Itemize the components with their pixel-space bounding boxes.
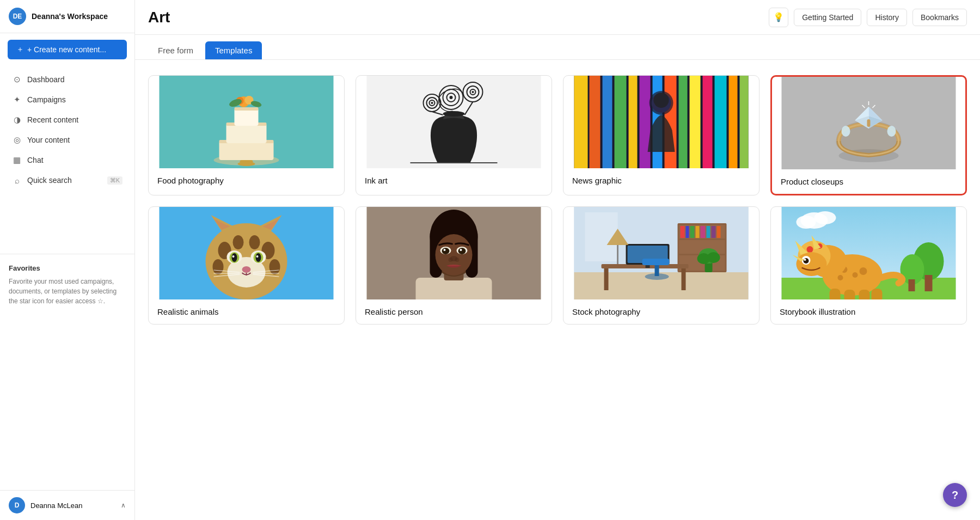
- content-area: Food photography: [135, 60, 980, 520]
- svg-point-20: [450, 96, 453, 99]
- card-label: Stock photography: [564, 299, 759, 324]
- sidebar-item-dashboard[interactable]: ⊙ Dashboard: [3, 70, 131, 89]
- svg-rect-168: [844, 290, 855, 299]
- plus-icon: ＋: [16, 45, 24, 54]
- templates-grid: Food photography: [148, 75, 967, 325]
- create-new-content-button[interactable]: ＋ + Create new content...: [8, 40, 127, 59]
- svg-rect-120: [690, 226, 695, 238]
- search-icon: ⌕: [12, 175, 22, 185]
- sidebar-item-label: Campaigns: [27, 95, 66, 104]
- template-card-news-graphic[interactable]: News graphic: [563, 75, 759, 195]
- svg-point-104: [458, 248, 466, 254]
- svg-point-154: [838, 275, 843, 280]
- template-card-food-photography[interactable]: Food photography: [148, 75, 345, 195]
- svg-point-145: [797, 216, 816, 229]
- card-image-news: [564, 76, 759, 168]
- svg-rect-36: [603, 76, 612, 168]
- svg-rect-6: [235, 108, 259, 126]
- svg-rect-169: [859, 290, 870, 299]
- svg-rect-39: [640, 76, 651, 168]
- template-card-realistic-person[interactable]: Realistic person: [356, 206, 552, 325]
- svg-rect-2: [219, 141, 274, 160]
- svg-rect-63: [867, 119, 871, 127]
- svg-point-160: [797, 252, 827, 276]
- main-content: Art 💡 Getting Started History Bookmarks …: [135, 0, 980, 520]
- svg-point-105: [444, 249, 446, 251]
- svg-rect-37: [615, 76, 627, 168]
- template-card-storybook-illustration[interactable]: Storybook illustration: [770, 206, 967, 325]
- question-mark-icon: ?: [952, 489, 958, 501]
- card-label: Food photography: [149, 168, 344, 193]
- favorites-section: Favorites Favorite your most used campai…: [0, 259, 134, 314]
- help-button[interactable]: ?: [943, 483, 967, 507]
- svg-rect-122: [701, 226, 706, 238]
- favorites-title: Favorites: [9, 264, 126, 272]
- svg-point-140: [707, 252, 720, 263]
- svg-rect-123: [707, 226, 710, 238]
- svg-point-153: [860, 267, 867, 275]
- svg-rect-47: [740, 76, 749, 168]
- dashboard-icon: ⊙: [12, 75, 22, 84]
- svg-point-80: [256, 255, 259, 258]
- tab-templates[interactable]: Templates: [205, 41, 262, 59]
- tab-free-form[interactable]: Free form: [148, 41, 203, 59]
- chevron-up-icon: ∧: [121, 501, 126, 509]
- history-button[interactable]: History: [867, 9, 907, 26]
- svg-point-53: [842, 126, 850, 137]
- svg-point-100: [436, 234, 473, 276]
- svg-rect-34: [574, 76, 588, 168]
- sidebar-item-campaigns[interactable]: ✦ Campaigns: [3, 90, 131, 109]
- svg-rect-128: [682, 268, 686, 290]
- svg-point-67: [233, 235, 244, 249]
- user-name: Deanna McLean: [30, 501, 115, 510]
- svg-rect-124: [712, 226, 716, 238]
- campaigns-icon: ✦: [12, 95, 22, 105]
- recent-content-icon: ◑: [12, 115, 22, 125]
- card-label: Realistic animals: [149, 299, 344, 324]
- topbar-actions: 💡 Getting Started History Bookmarks: [769, 8, 967, 27]
- page-title: Art: [148, 9, 170, 26]
- svg-rect-147: [925, 275, 933, 291]
- svg-rect-132: [642, 259, 670, 265]
- svg-point-71: [270, 259, 280, 274]
- card-image-product: [772, 77, 965, 169]
- topbar: Art 💡 Getting Started History Bookmarks: [135, 0, 980, 35]
- sidebar-item-chat[interactable]: ▦ Chat: [3, 150, 131, 170]
- svg-rect-42: [679, 76, 688, 168]
- svg-rect-170: [872, 289, 883, 299]
- svg-point-79: [232, 255, 235, 258]
- svg-point-81: [242, 266, 251, 273]
- svg-point-152: [853, 272, 858, 278]
- template-card-realistic-animals[interactable]: Realistic animals: [148, 206, 345, 325]
- bookmarks-button[interactable]: Bookmarks: [912, 9, 967, 26]
- getting-started-button[interactable]: Getting Started: [794, 9, 861, 26]
- sidebar-header: DE Deanna's Workspace: [0, 0, 134, 33]
- svg-rect-125: [717, 226, 721, 238]
- svg-rect-35: [590, 76, 601, 168]
- svg-rect-118: [681, 226, 685, 238]
- card-image-storybook: [771, 207, 966, 299]
- svg-point-134: [645, 273, 669, 280]
- sidebar-item-recent-content[interactable]: ◑ Recent content: [3, 110, 131, 130]
- card-label: Realistic person: [356, 299, 552, 324]
- sidebar-footer: D Deanna McLean ∧: [0, 490, 134, 520]
- svg-point-162: [804, 258, 809, 264]
- keyboard-shortcut: ⌘K: [107, 176, 122, 185]
- card-image-ink: [356, 76, 552, 168]
- workspace-avatar: DE: [9, 8, 26, 25]
- svg-point-28: [431, 102, 433, 104]
- svg-point-106: [460, 249, 462, 251]
- sidebar-item-label: Dashboard: [27, 75, 65, 84]
- svg-rect-45: [715, 76, 727, 168]
- sidebar-item-quick-search[interactable]: ⌕ Quick search ⌘K: [3, 170, 131, 190]
- card-image-stock: [564, 207, 759, 299]
- svg-point-50: [654, 93, 669, 108]
- svg-rect-46: [729, 76, 738, 168]
- template-card-product-closeups[interactable]: Product closeups: [770, 75, 967, 195]
- template-card-ink-art[interactable]: Ink art: [356, 75, 552, 195]
- light-bulb-button[interactable]: 💡: [769, 8, 788, 27]
- sidebar-item-your-content[interactable]: ◎ Your content: [3, 130, 131, 150]
- svg-point-157: [807, 246, 813, 253]
- svg-rect-44: [703, 76, 713, 168]
- template-card-stock-photography[interactable]: Stock photography: [563, 206, 759, 325]
